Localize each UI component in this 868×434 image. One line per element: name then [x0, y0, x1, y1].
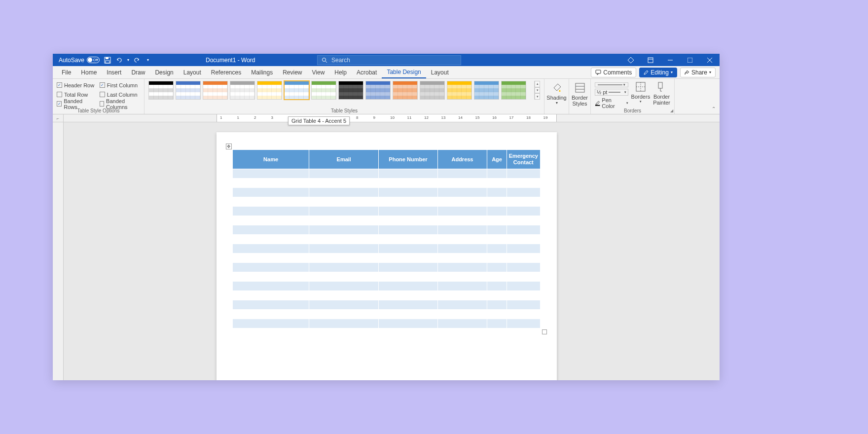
tab-layout[interactable]: Layout	[179, 66, 206, 78]
table-cell[interactable]	[437, 253, 487, 263]
table-cell[interactable]	[487, 179, 506, 188]
table-cell[interactable]	[379, 216, 437, 225]
table-cell[interactable]	[233, 188, 309, 197]
table-cell[interactable]	[437, 225, 487, 235]
table-cell[interactable]	[437, 310, 487, 319]
table-style-thumb[interactable]	[447, 81, 472, 100]
table-style-thumb[interactable]	[393, 81, 418, 100]
table-cell[interactable]	[309, 235, 379, 244]
table-cell[interactable]	[309, 216, 379, 225]
table-cell[interactable]	[437, 207, 487, 216]
table-cell[interactable]	[437, 188, 487, 197]
table-cell[interactable]	[437, 235, 487, 244]
page-scroll[interactable]: ✥ NameEmailPhone NumberAddressAgeEmergen…	[64, 122, 720, 380]
close-button[interactable]	[700, 54, 720, 66]
table-cell[interactable]	[379, 235, 437, 244]
table-cell[interactable]	[437, 263, 487, 272]
table-cell[interactable]	[309, 207, 379, 216]
table-cell[interactable]	[487, 263, 506, 272]
account-icon[interactable]	[621, 54, 641, 66]
table-cell[interactable]	[309, 169, 379, 179]
table-cell[interactable]	[487, 169, 506, 179]
table-cell[interactable]	[379, 282, 437, 291]
table-row[interactable]	[233, 179, 541, 188]
table-row[interactable]	[233, 197, 541, 207]
display-options-icon[interactable]	[641, 54, 660, 66]
collapse-ribbon-button[interactable]: ⌃	[712, 106, 718, 112]
vertical-ruler[interactable]	[53, 122, 64, 380]
checkbox-total-row[interactable]: Total Row	[57, 90, 95, 99]
table-cell[interactable]	[506, 235, 540, 244]
table-style-thumb[interactable]	[257, 81, 282, 100]
table-row[interactable]	[233, 310, 541, 319]
table-cell[interactable]	[379, 169, 437, 179]
table-cell[interactable]	[309, 300, 379, 310]
table-cell[interactable]	[379, 319, 437, 328]
table-cell[interactable]	[487, 216, 506, 225]
table-cell[interactable]	[379, 179, 437, 188]
table-cell[interactable]	[309, 225, 379, 235]
table-cell[interactable]	[487, 235, 506, 244]
table-cell[interactable]	[487, 244, 506, 253]
table-cell[interactable]	[233, 263, 309, 272]
checkbox-last-column[interactable]: Last Column	[100, 90, 140, 99]
table-cell[interactable]	[379, 263, 437, 272]
table-cell[interactable]	[309, 263, 379, 272]
table-style-thumb[interactable]	[284, 81, 309, 100]
table-row[interactable]	[233, 263, 541, 272]
border-painter-button[interactable]: Border Painter	[653, 81, 670, 107]
checkbox-header-row[interactable]: ✓Header Row	[57, 81, 95, 89]
tab-insert[interactable]: Insert	[102, 66, 126, 78]
table-style-thumb[interactable]	[420, 81, 445, 100]
table-cell[interactable]	[487, 282, 506, 291]
gallery-scroll-up[interactable]: ▴	[535, 81, 540, 87]
table-cell[interactable]	[379, 272, 437, 282]
table-cell[interactable]	[233, 225, 309, 235]
table-cell[interactable]	[233, 300, 309, 310]
table-cell[interactable]	[506, 291, 540, 300]
column-header[interactable]: Age	[487, 150, 506, 169]
minimize-button[interactable]	[660, 54, 680, 66]
tab-layout[interactable]: Layout	[426, 66, 454, 78]
tab-draw[interactable]: Draw	[126, 66, 150, 78]
undo-icon[interactable]	[115, 56, 123, 64]
tab-acrobat[interactable]: Acrobat	[352, 66, 382, 78]
table-style-thumb[interactable]	[176, 81, 201, 100]
table-cell[interactable]	[379, 197, 437, 207]
table-cell[interactable]	[233, 216, 309, 225]
gallery-expand[interactable]: ▾	[535, 93, 540, 100]
table-cell[interactable]	[379, 253, 437, 263]
column-header[interactable]: Emergency Contact	[506, 150, 540, 169]
table-cell[interactable]	[233, 282, 309, 291]
dialog-launcher-icon[interactable]: ◢	[670, 108, 673, 113]
share-button[interactable]: Share ▾	[680, 68, 716, 77]
table-cell[interactable]	[233, 179, 309, 188]
table-cell[interactable]	[437, 197, 487, 207]
table-cell[interactable]	[309, 197, 379, 207]
table-cell[interactable]	[437, 179, 487, 188]
column-header[interactable]: Name	[233, 150, 309, 169]
table-cell[interactable]	[487, 319, 506, 328]
table-cell[interactable]	[506, 282, 540, 291]
borders-dropdown[interactable]: Borders ▾	[631, 81, 651, 107]
checkbox-banded-columns[interactable]: Banded Columns	[100, 100, 140, 108]
table-cell[interactable]	[487, 207, 506, 216]
table-cell[interactable]	[233, 291, 309, 300]
table-cell[interactable]	[309, 291, 379, 300]
maximize-button[interactable]	[680, 54, 700, 66]
search-input[interactable]	[331, 57, 457, 64]
checkbox-first-column[interactable]: ✓First Column	[100, 81, 140, 89]
table-row[interactable]	[233, 235, 541, 244]
table-cell[interactable]	[487, 225, 506, 235]
table-row[interactable]	[233, 282, 541, 291]
table-row[interactable]	[233, 319, 541, 328]
shading-button[interactable]: Shading ▾	[544, 79, 569, 114]
table-cell[interactable]	[487, 188, 506, 197]
border-style-dropdown[interactable]: ▾	[595, 82, 628, 87]
checkbox-banded-rows[interactable]: ✓Banded Rows	[57, 100, 95, 108]
table-row[interactable]	[233, 300, 541, 310]
table-row[interactable]	[233, 272, 541, 282]
table-style-thumb[interactable]	[501, 81, 526, 100]
gallery-scroll-down[interactable]: ▾	[535, 87, 540, 94]
table-cell[interactable]	[487, 300, 506, 310]
